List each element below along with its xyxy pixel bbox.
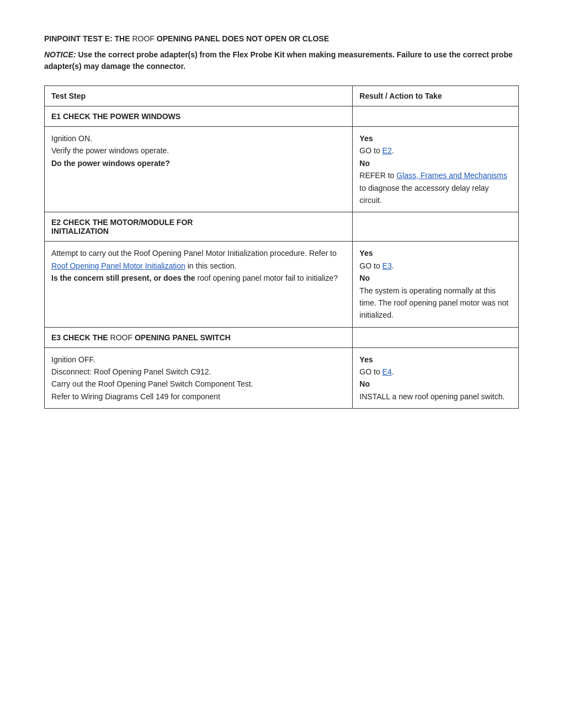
table-row: Ignition OFF. Disconnect: Roof Opening P…: [45, 347, 519, 409]
e4-link[interactable]: E4: [383, 367, 392, 376]
e1-no-label: No: [359, 159, 370, 168]
e2-link[interactable]: E2: [383, 146, 392, 155]
e3-yes-label: Yes: [359, 355, 373, 364]
e3-step-header: E3 CHECK THE ROOF OPENING PANEL SWITCH: [45, 327, 353, 347]
title-bold1: PINPOINT TEST E: THE: [44, 34, 130, 43]
e3-label-bold2: OPENING PANEL SWITCH: [135, 333, 231, 342]
e1-content-left: Ignition ON. Verify the power windows op…: [45, 127, 353, 212]
e3-no-label: No: [359, 379, 370, 388]
table-row: Ignition ON. Verify the power windows op…: [45, 127, 519, 212]
e3-line1: Ignition OFF.: [51, 355, 95, 364]
e1-content-right: Yes GO to E2. No REFER to Glass, Frames …: [353, 127, 519, 212]
e2-step-header: E2 CHECK THE MOTOR/MODULE FOR INITIALIZA…: [45, 212, 353, 242]
table-row: E2 CHECK THE MOTOR/MODULE FOR INITIALIZA…: [45, 212, 519, 242]
e1-yes-label: Yes: [359, 134, 373, 143]
table-header-row: Test Step Result / Action to Take: [45, 86, 519, 106]
e3-link[interactable]: E3: [383, 261, 392, 270]
notice-line: NOTICE: Use the correct probe adapter(s)…: [44, 49, 519, 72]
page-title: PINPOINT TEST E: THE ROOF OPENING PANEL …: [44, 33, 519, 45]
title-normal: ROOF: [130, 34, 157, 43]
e2-no-action: The system is operating normally at this…: [359, 286, 508, 320]
e1-result-empty: [353, 106, 519, 127]
e3-label-bold1: E3 CHECK THE: [51, 333, 108, 342]
e3-no-action: INSTALL a new roof opening panel switch.: [359, 392, 504, 401]
e1-question: Do the power windows operate?: [51, 159, 170, 168]
e1-no-action: REFER to Glass, Frames and Mechanisms to…: [359, 171, 507, 205]
e3-yes-action: GO to E4.: [359, 367, 394, 376]
diagnostic-table: Test Step Result / Action to Take E1 CHE…: [44, 85, 519, 409]
e1-yes-action: GO to E2.: [359, 146, 394, 155]
table-row: E3 CHECK THE ROOF OPENING PANEL SWITCH: [45, 327, 519, 347]
col1-header: Test Step: [45, 86, 353, 106]
e1-line1: Ignition ON.: [51, 134, 92, 143]
e3-result-empty: [353, 327, 519, 347]
e3-content-left: Ignition OFF. Disconnect: Roof Opening P…: [45, 347, 353, 409]
e2-question-normal: roof opening panel motor fail to initial…: [198, 274, 338, 282]
e2-question: Is the concern still present, or does th…: [51, 274, 338, 282]
e1-label: E1 CHECK THE POWER WINDOWS: [51, 112, 180, 121]
e3-line4: Refer to Wiring Diagrams Cell 149 for co…: [51, 392, 220, 401]
e2-content-right: Yes GO to E3. No The system is operating…: [353, 242, 519, 327]
title-bold2: OPENING PANEL DOES NOT OPEN OR CLOSE: [157, 34, 329, 43]
e2-yes-label: Yes: [359, 249, 373, 258]
ropmi-link[interactable]: Roof Opening Panel Motor Initialization: [51, 261, 185, 270]
e3-content-right: Yes GO to E4. No INSTALL a new roof open…: [353, 347, 519, 409]
notice-label: NOTICE:: [44, 50, 76, 59]
e3-line3: Carry out the Roof Opening Panel Switch …: [51, 379, 253, 388]
notice-body: Use the correct probe adapter(s) from th…: [44, 50, 513, 71]
e2-line1: Attempt to carry out the Roof Opening Pa…: [51, 249, 337, 270]
header-section: PINPOINT TEST E: THE ROOF OPENING PANEL …: [44, 33, 519, 72]
gfm-link[interactable]: Glass, Frames and Mechanisms: [396, 171, 507, 180]
e2-label-line1: E2 CHECK THE MOTOR/MODULE FOR: [51, 218, 193, 227]
e2-label-line2: INITIALIZATION: [51, 227, 109, 235]
table-row: Attempt to carry out the Roof Opening Pa…: [45, 242, 519, 327]
col2-header: Result / Action to Take: [353, 86, 519, 106]
e3-line2: Disconnect: Roof Opening Panel Switch C9…: [51, 367, 211, 376]
e1-line2: Verify the power windows operate.: [51, 146, 169, 155]
e2-content-left: Attempt to carry out the Roof Opening Pa…: [45, 242, 353, 327]
e2-yes-action: GO to E3.: [359, 261, 394, 270]
e1-step-header: E1 CHECK THE POWER WINDOWS: [45, 106, 353, 127]
e3-label-normal: ROOF: [108, 333, 135, 342]
e2-no-label: No: [359, 274, 370, 282]
e2-result-empty: [353, 212, 519, 242]
table-row: E1 CHECK THE POWER WINDOWS: [45, 106, 519, 127]
